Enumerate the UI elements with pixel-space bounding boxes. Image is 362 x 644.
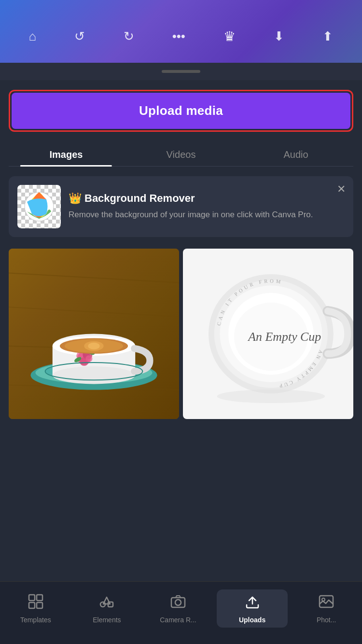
svg-point-13 bbox=[53, 366, 135, 384]
svg-rect-38 bbox=[37, 595, 42, 601]
redo-icon[interactable]: ↻ bbox=[124, 29, 134, 44]
nav-item-elements[interactable]: Elements bbox=[71, 589, 143, 628]
svg-point-19 bbox=[85, 355, 92, 362]
bg-remover-card: 👑 Background Remover Remove the backgrou… bbox=[9, 176, 353, 237]
upload-button-wrapper: Upload media bbox=[9, 90, 353, 132]
beach-ball-svg bbox=[22, 190, 56, 224]
elements-label: Elements bbox=[93, 616, 121, 624]
notch-pill bbox=[162, 70, 200, 73]
nav-item-templates[interactable]: Templates bbox=[0, 589, 71, 628]
bottom-spacer bbox=[9, 419, 353, 487]
photos-label: Phot... bbox=[317, 616, 336, 624]
tab-audio[interactable]: Audio bbox=[238, 143, 353, 166]
camera-label: Camera R... bbox=[160, 616, 196, 624]
empty-cup-image: CAN IT POUR FROM AN EMPTY CUP An Empty C… bbox=[183, 249, 353, 419]
image-card-1[interactable] bbox=[9, 249, 179, 419]
elements-icon bbox=[98, 593, 115, 613]
notch-bar bbox=[0, 63, 362, 80]
svg-point-44 bbox=[175, 600, 181, 605]
tabs-container: Images Videos Audio bbox=[9, 143, 353, 167]
main-content: Upload media Images Videos Audio bbox=[0, 80, 362, 587]
bg-remover-thumbnail bbox=[17, 185, 61, 228]
crown-icon[interactable]: ♛ bbox=[223, 28, 236, 44]
tab-videos[interactable]: Videos bbox=[124, 143, 238, 166]
upload-media-button[interactable]: Upload media bbox=[12, 93, 350, 129]
bg-remover-crown: 👑 bbox=[69, 192, 82, 205]
share-icon[interactable]: ⬆ bbox=[322, 29, 333, 44]
bg-remover-description: Remove the background of your image in o… bbox=[69, 209, 345, 221]
templates-icon bbox=[28, 593, 44, 613]
svg-point-36 bbox=[217, 390, 325, 403]
more-icon[interactable]: ••• bbox=[172, 29, 185, 44]
download-icon[interactable]: ⬇ bbox=[274, 29, 284, 44]
nav-item-uploads[interactable]: Uploads bbox=[217, 589, 288, 628]
svg-point-25 bbox=[88, 343, 99, 350]
tea-cup-image-1 bbox=[9, 249, 179, 419]
svg-rect-39 bbox=[29, 602, 35, 608]
image-card-2[interactable]: CAN IT POUR FROM AN EMPTY CUP An Empty C… bbox=[183, 249, 353, 419]
bg-remover-title: 👑 Background Remover bbox=[69, 192, 345, 205]
top-bar: ⌂ ↺ ↻ ••• ♛ ⬇ ⬆ bbox=[0, 0, 362, 63]
camera-icon bbox=[170, 593, 186, 613]
nav-item-photos[interactable]: Phot... bbox=[291, 589, 362, 628]
svg-point-46 bbox=[322, 598, 325, 601]
home-icon[interactable]: ⌂ bbox=[29, 29, 37, 44]
svg-text:An Empty Cup: An Empty Cup bbox=[247, 330, 321, 344]
uploads-icon bbox=[244, 593, 261, 613]
photos-icon bbox=[318, 593, 334, 613]
uploads-label: Uploads bbox=[239, 616, 265, 624]
bottom-nav: Templates Elements Camera R... bbox=[0, 581, 362, 644]
svg-rect-37 bbox=[29, 595, 35, 601]
nav-item-camera[interactable]: Camera R... bbox=[142, 589, 214, 628]
tab-images[interactable]: Images bbox=[9, 143, 124, 166]
templates-label: Templates bbox=[20, 616, 51, 624]
undo-icon[interactable]: ↺ bbox=[74, 29, 85, 44]
svg-rect-40 bbox=[37, 602, 42, 608]
image-grid: CAN IT POUR FROM AN EMPTY CUP An Empty C… bbox=[9, 249, 353, 419]
bg-remover-info: 👑 Background Remover Remove the backgrou… bbox=[69, 192, 345, 221]
bg-remover-close-button[interactable]: ✕ bbox=[337, 183, 346, 196]
